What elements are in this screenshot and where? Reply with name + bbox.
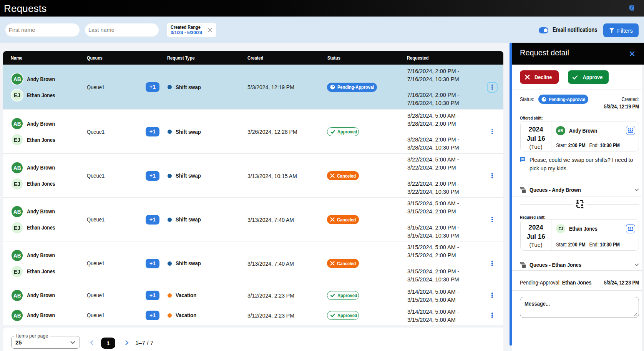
svg-text:?: ? (631, 5, 633, 10)
